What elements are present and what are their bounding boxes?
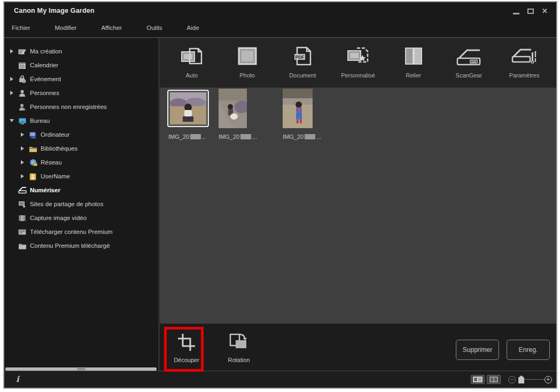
- sidebar-item-personnes-non-enregistrees[interactable]: Personnes non enregistrées: [4, 100, 159, 114]
- sidebar-item-label: Sites de partage de photos: [30, 201, 103, 207]
- thumbnail[interactable]: [283, 89, 313, 128]
- downloaded-folder-icon: [18, 241, 27, 250]
- toolbar-item-document[interactable]: PDF Document: [277, 43, 328, 79]
- zoom-out-icon[interactable]: [508, 376, 516, 383]
- menu-item-fichier[interactable]: Fichier: [12, 22, 30, 33]
- app-window: Canon My Image Garden ✕ Fichier Modifier…: [3, 1, 557, 389]
- unregistered-person-icon: [18, 103, 27, 111]
- photo-thumbnail: [219, 89, 247, 128]
- desktop-icon: [18, 116, 27, 125]
- detail-view-icon: [489, 377, 498, 382]
- user-folder-icon: [28, 172, 37, 181]
- sidebar-item-sites-de-partage[interactable]: Sites de partage de photos: [4, 197, 159, 211]
- menu-item-outils[interactable]: Outils: [146, 22, 162, 33]
- thumbnail[interactable]: [219, 89, 247, 128]
- sidebar-item-bureau[interactable]: Bureau: [4, 114, 159, 128]
- sidebar-item-label: Contenu Premium téléchargé: [30, 242, 110, 249]
- crop-button[interactable]: Découper: [169, 328, 204, 363]
- sidebar: Ma création Calendrier Événement Personn…: [4, 38, 159, 371]
- folder-tree: Ma création Calendrier Événement Personn…: [4, 38, 159, 253]
- chevron-right-icon[interactable]: [19, 146, 26, 151]
- sidebar-item-bibliotheques[interactable]: Bibliothèques: [4, 142, 159, 155]
- menu-item-modifier[interactable]: Modifier: [55, 22, 77, 33]
- chevron-right-icon[interactable]: [19, 132, 26, 137]
- toolbar-item-label: Paramètres: [499, 72, 550, 79]
- crop-icon: [169, 328, 204, 351]
- toolbar-item-personnalise[interactable]: Personnalisé: [332, 43, 384, 79]
- sidebar-item-numeriser[interactable]: Numériser: [4, 183, 159, 197]
- sidebar-item-capture-video[interactable]: Capture image vidéo: [4, 211, 159, 225]
- calendar-icon: [18, 61, 27, 69]
- video-capture-icon: [18, 214, 27, 222]
- sidebar-item-personnes[interactable]: Personnes: [4, 86, 159, 100]
- toolbar-item-auto[interactable]: Auto: [166, 43, 217, 79]
- zoom-slider-track[interactable]: [524, 379, 545, 380]
- sidebar-item-ordinateur[interactable]: Ordinateur: [4, 128, 159, 142]
- toolbar-item-photo[interactable]: Photo: [222, 43, 273, 79]
- zoom-in-icon[interactable]: [545, 376, 552, 383]
- chevron-right-icon[interactable]: [9, 77, 15, 81]
- menu-item-afficher[interactable]: Afficher: [101, 22, 122, 33]
- sidebar-item-contenu-premium[interactable]: Contenu Premium téléchargé: [4, 239, 159, 253]
- scan-toolbar: Auto Photo PDF Document Personnalisé: [160, 38, 556, 88]
- toolbar-item-scangear[interactable]: ScanGear: [443, 43, 494, 79]
- sidebar-item-username[interactable]: UserName: [4, 169, 159, 183]
- thumbnail-selected[interactable]: [167, 90, 209, 127]
- sidebar-item-label: Personnes non enregistrées: [30, 104, 107, 110]
- info-icon[interactable]: i: [16, 374, 19, 384]
- sidebar-item-evenement[interactable]: Événement: [4, 72, 159, 86]
- premium-download-icon: [18, 228, 27, 236]
- zoom-slider-thumb[interactable]: [518, 375, 524, 383]
- title-bar: Canon My Image Garden ✕: [4, 2, 556, 20]
- chevron-down-icon[interactable]: [9, 119, 15, 122]
- rotate-button[interactable]: Rotation: [222, 328, 256, 363]
- toolbar-item-label: Relier: [388, 72, 439, 79]
- view-toggle-group: [471, 375, 501, 384]
- event-icon: [18, 75, 27, 83]
- window-controls: ✕: [513, 7, 548, 15]
- scangear-icon: [443, 43, 494, 70]
- status-bar: i: [4, 371, 556, 388]
- chevron-right-icon[interactable]: [19, 160, 26, 164]
- document-scan-icon: PDF: [277, 43, 328, 70]
- toolbar-item-label: Document: [277, 72, 328, 79]
- toolbar-item-relier[interactable]: Relier: [388, 43, 439, 79]
- minimize-icon[interactable]: [513, 13, 519, 14]
- photo-thumbnail: [170, 92, 206, 124]
- sidebar-item-calendrier[interactable]: Calendrier: [4, 58, 159, 72]
- rotate-button-label: Rotation: [222, 357, 256, 363]
- detail-view-button[interactable]: [487, 375, 501, 384]
- sidebar-item-label: Calendrier: [30, 62, 58, 68]
- save-button[interactable]: Enreg.: [507, 340, 550, 360]
- sidebar-item-telecharger-premium[interactable]: Télécharger contenu Premium: [4, 225, 159, 239]
- chevron-right-icon[interactable]: [9, 91, 15, 95]
- thumbnail-filename: IMG_20...: [219, 134, 257, 140]
- libraries-folder-icon: [28, 144, 37, 153]
- delete-button[interactable]: Supprimer: [456, 340, 499, 360]
- sidebar-item-label: Personnes: [30, 90, 59, 96]
- svg-text:PDF: PDF: [295, 54, 305, 60]
- scrollbar-thumb[interactable]: [77, 368, 85, 370]
- scan-settings-icon: [499, 43, 550, 70]
- thumbnail-view-button[interactable]: [471, 375, 485, 384]
- sidebar-item-reseau[interactable]: Réseau: [4, 155, 159, 169]
- person-icon: [18, 89, 27, 97]
- toolbar-item-label: Photo: [222, 72, 273, 79]
- menu-item-aide[interactable]: Aide: [187, 22, 199, 33]
- crop-button-label: Découper: [169, 357, 204, 363]
- chevron-right-icon[interactable]: [9, 49, 15, 53]
- thumbnail-filename: IMG_20..: [168, 134, 205, 140]
- close-icon[interactable]: ✕: [542, 8, 548, 14]
- auto-scan-icon: [166, 43, 217, 70]
- menu-bar: Fichier Modifier Afficher Outils Aide: [12, 22, 224, 33]
- sidebar-item-label: Événement: [30, 76, 61, 82]
- toolbar-item-parametres[interactable]: Paramètres: [499, 43, 550, 79]
- toolbar-item-label: Personnalisé: [332, 72, 384, 79]
- chevron-right-icon[interactable]: [19, 174, 26, 178]
- network-icon: [28, 158, 37, 167]
- toolbar-item-label: ScanGear: [443, 72, 494, 79]
- action-bar: Découper Rotation Supprimer Enreg.: [160, 324, 556, 371]
- maximize-icon[interactable]: [527, 9, 534, 14]
- sidebar-item-ma-creation[interactable]: Ma création: [4, 44, 159, 58]
- thumbnail-area: IMG_20.. IMG_20...: [160, 88, 556, 324]
